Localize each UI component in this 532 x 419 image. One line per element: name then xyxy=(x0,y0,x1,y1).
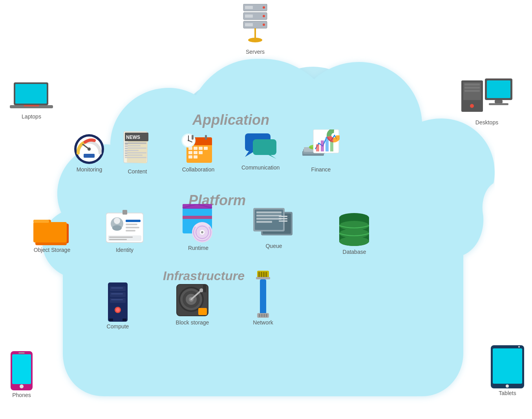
svg-rect-148 xyxy=(122,319,126,321)
svg-rect-69 xyxy=(194,151,197,154)
object-storage-item: Object Storage xyxy=(33,216,71,253)
monitoring-label: Monitoring xyxy=(77,166,102,173)
svg-rect-140 xyxy=(110,292,126,297)
svg-rect-90 xyxy=(321,140,324,151)
monitoring-item: Monitoring xyxy=(73,133,106,173)
content-item: NEWS NEWS Content xyxy=(122,129,153,175)
network-icon xyxy=(251,271,275,318)
svg-rect-65 xyxy=(194,147,197,150)
application-label: Application xyxy=(192,112,269,128)
runtime-label: Runtime xyxy=(188,245,208,251)
runtime-icon xyxy=(181,204,216,243)
svg-rect-142 xyxy=(111,288,123,288)
svg-rect-100 xyxy=(33,220,49,223)
servers-item: Servers xyxy=(239,4,271,55)
communication-item: Communication xyxy=(241,131,280,171)
svg-rect-89 xyxy=(316,144,319,151)
svg-rect-109 xyxy=(126,230,135,231)
svg-rect-59 xyxy=(125,155,143,156)
svg-rect-92 xyxy=(330,141,333,151)
svg-point-7 xyxy=(263,15,265,17)
network-label: Network xyxy=(253,319,273,326)
svg-rect-129 xyxy=(279,216,287,217)
compute-icon xyxy=(102,282,133,322)
tablets-item: Tablets xyxy=(491,345,524,396)
svg-point-11 xyxy=(263,24,265,26)
block-storage-item: Block storage xyxy=(175,282,210,326)
compute-label: Compute xyxy=(107,323,129,330)
svg-rect-108 xyxy=(126,227,139,228)
content-icon: NEWS NEWS xyxy=(122,129,153,167)
svg-rect-170 xyxy=(263,314,265,317)
svg-point-157 xyxy=(199,288,203,292)
queue-icon xyxy=(253,206,294,241)
svg-rect-139 xyxy=(110,286,126,291)
monitoring-icon xyxy=(73,133,106,165)
block-storage-label: Block storage xyxy=(176,319,209,326)
svg-point-3 xyxy=(263,6,265,9)
svg-rect-106 xyxy=(126,220,141,222)
svg-rect-143 xyxy=(111,293,123,294)
svg-rect-2 xyxy=(245,6,253,9)
svg-rect-112 xyxy=(109,239,127,240)
svg-rect-31 xyxy=(18,352,25,353)
svg-rect-57 xyxy=(125,150,139,151)
identity-item: Identity xyxy=(106,210,143,253)
svg-rect-58 xyxy=(125,152,146,153)
finance-label: Finance xyxy=(311,166,331,173)
queue-item: Queue xyxy=(253,206,294,249)
svg-rect-114 xyxy=(183,204,212,209)
compute-item: Compute xyxy=(102,282,133,330)
svg-rect-60 xyxy=(125,157,146,158)
tablets-label: Tablets xyxy=(499,390,516,396)
svg-point-35 xyxy=(518,346,520,348)
svg-rect-102 xyxy=(122,210,127,215)
database-label: Database xyxy=(343,249,366,255)
svg-rect-115 xyxy=(183,216,212,219)
collaboration-icon xyxy=(181,129,216,165)
svg-rect-162 xyxy=(261,272,262,277)
svg-rect-70 xyxy=(199,151,203,154)
collaboration-item: Collaboration xyxy=(181,129,216,173)
tablet-icon xyxy=(491,345,524,388)
svg-rect-29 xyxy=(12,354,31,384)
svg-rect-131 xyxy=(279,220,287,222)
svg-rect-130 xyxy=(279,218,287,219)
svg-rect-166 xyxy=(260,279,266,315)
svg-rect-128 xyxy=(256,221,272,223)
svg-rect-55 xyxy=(125,145,141,146)
finance-item: Finance xyxy=(302,129,340,173)
database-item: Database xyxy=(338,212,371,255)
servers-label: Servers xyxy=(246,49,265,55)
object-storage-icon xyxy=(33,216,71,245)
svg-rect-161 xyxy=(258,272,260,277)
svg-rect-111 xyxy=(109,237,133,238)
svg-rect-68 xyxy=(188,151,192,154)
runtime-item: Runtime xyxy=(181,204,216,251)
svg-point-39 xyxy=(88,148,91,151)
svg-rect-125 xyxy=(256,211,282,213)
svg-rect-107 xyxy=(126,224,137,225)
svg-rect-164 xyxy=(265,272,267,277)
identity-label: Identity xyxy=(116,247,133,253)
svg-rect-10 xyxy=(245,23,253,26)
object-storage-label: Object Storage xyxy=(34,247,70,253)
block-storage-icon xyxy=(175,282,210,318)
svg-rect-56 xyxy=(125,148,146,149)
svg-rect-147 xyxy=(109,319,113,321)
svg-rect-127 xyxy=(256,218,282,220)
identity-icon xyxy=(106,210,143,245)
svg-rect-79 xyxy=(205,135,207,140)
svg-rect-158 xyxy=(198,308,207,315)
svg-rect-6 xyxy=(245,15,253,18)
svg-text:NEWS: NEWS xyxy=(126,135,140,140)
svg-marker-83 xyxy=(269,155,276,159)
svg-point-34 xyxy=(506,384,509,388)
svg-rect-171 xyxy=(266,314,267,317)
svg-rect-26 xyxy=(495,100,503,103)
phones-item: Phones xyxy=(10,351,33,398)
svg-rect-66 xyxy=(199,147,203,150)
svg-rect-99 xyxy=(33,222,67,242)
svg-point-13 xyxy=(248,38,262,42)
svg-rect-33 xyxy=(493,348,522,384)
